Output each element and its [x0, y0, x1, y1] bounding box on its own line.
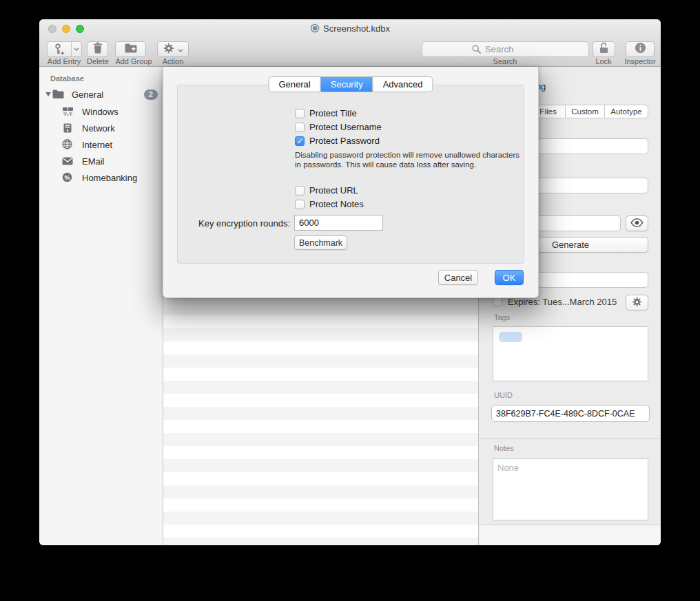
- window-title: Screenshot.kdbx: [323, 23, 390, 34]
- sidebar-item-network[interactable]: Network: [39, 120, 163, 136]
- sidebar-item-internet[interactable]: Internet: [39, 136, 163, 153]
- protect-notes-checkbox[interactable]: [295, 200, 305, 209]
- checkbox-label: Protect Password: [309, 136, 380, 146]
- tab-security[interactable]: Security: [321, 77, 373, 92]
- folder-plus-icon: [125, 43, 137, 56]
- protect-url-row: Protect URL: [295, 185, 358, 196]
- document-icon: [310, 23, 320, 35]
- add-entry-button[interactable]: [47, 41, 82, 57]
- search-field[interactable]: [422, 41, 589, 57]
- expires-checkbox[interactable]: [493, 297, 502, 306]
- notes-textarea[interactable]: [493, 458, 648, 520]
- window-title-row: Screenshot.kdbx: [39, 23, 661, 35]
- show-password-button[interactable]: [626, 215, 648, 231]
- app-window: Screenshot.kdbx Add Entry Delete Add Gro…: [39, 19, 661, 545]
- info-icon: [635, 42, 646, 56]
- percent-icon: %: [62, 172, 72, 184]
- expires-label: Expires: Tues...March 2015: [508, 297, 617, 307]
- globe-icon: [62, 139, 72, 151]
- trash-icon: [93, 42, 103, 56]
- checkbox-label: Protect Username: [309, 122, 382, 132]
- gear-icon: [632, 297, 642, 309]
- lock-button[interactable]: [593, 41, 615, 57]
- protect-url-checkbox[interactable]: [295, 186, 305, 196]
- tab-autotype[interactable]: Autotype: [605, 105, 648, 118]
- sidebar-item-general[interactable]: General 2: [39, 86, 163, 103]
- key-rounds-input[interactable]: [294, 215, 383, 231]
- sidebar-item-label: EMail: [82, 156, 105, 167]
- tags-label: Tags: [494, 313, 510, 321]
- action-label: Action: [148, 57, 198, 65]
- search-input[interactable]: [484, 43, 539, 55]
- sidebar-item-email[interactable]: EMail: [39, 153, 163, 169]
- workgroup-icon: [62, 107, 74, 118]
- checkbox-label: Protect Title: [309, 108, 357, 118]
- disclosure-triangle-icon[interactable]: [45, 92, 51, 96]
- protect-username-checkbox[interactable]: [295, 123, 305, 132]
- folder-icon: [52, 89, 64, 101]
- checkbox-label: Protect URL: [309, 185, 358, 196]
- protect-username-row: Protect Username: [295, 122, 382, 132]
- eye-icon: [630, 218, 644, 229]
- action-button[interactable]: [157, 41, 189, 57]
- sidebar-section-header: Database: [50, 74, 84, 83]
- protect-password-checkbox[interactable]: [295, 136, 305, 146]
- key-rounds-label: Key encryption rounds:: [177, 218, 290, 229]
- svg-text:%: %: [64, 174, 70, 181]
- sidebar-item-label: Internet: [82, 140, 112, 150]
- protect-notes-row: Protect Notes: [295, 199, 364, 209]
- sidebar-item-homebanking[interactable]: % Homebanking: [39, 169, 163, 186]
- protect-title-row: Protect Title: [295, 108, 357, 118]
- search-label: Search: [480, 57, 530, 65]
- uuid-field[interactable]: [491, 405, 650, 422]
- window-chrome: Screenshot.kdbx Add Entry Delete Add Gro…: [39, 19, 661, 67]
- sidebar-item-label: Homebanking: [82, 173, 137, 183]
- tab-general[interactable]: General: [269, 77, 320, 92]
- envelope-icon: [62, 157, 73, 167]
- benchmark-button[interactable]: Benchmark: [294, 235, 347, 250]
- inspector-label: Inspector: [615, 57, 661, 65]
- server-icon: [63, 123, 72, 135]
- notes-label: Notes: [494, 444, 514, 452]
- search-icon: [472, 45, 481, 54]
- inspector-tab-bar: Files Custom Autotype: [531, 105, 648, 118]
- inspector-footer: [480, 525, 661, 545]
- cancel-button[interactable]: Cancel: [438, 270, 478, 285]
- divider: [480, 438, 661, 439]
- checkbox-label: Protect Notes: [309, 199, 364, 209]
- entry-count-badge: 2: [144, 89, 158, 100]
- settings-tab-bar: General Security Advanced: [268, 76, 433, 92]
- sidebar-item-label: Windows: [82, 107, 119, 117]
- ok-button[interactable]: OK: [495, 270, 524, 285]
- chevron-down-icon[interactable]: [72, 42, 81, 56]
- database-settings-dialog: General Security Advanced Protect Title …: [163, 67, 539, 298]
- gear-icon: [163, 43, 174, 56]
- unlocked-padlock-icon: [599, 42, 608, 56]
- inspector-button[interactable]: [626, 41, 655, 57]
- uuid-label: UUID: [494, 391, 513, 399]
- expires-options-button[interactable]: [626, 295, 648, 310]
- sidebar-item-label: General: [72, 89, 103, 100]
- sidebar-item-label: Network: [82, 123, 115, 134]
- delete-button[interactable]: [87, 41, 108, 57]
- tag-token[interactable]: [499, 332, 522, 342]
- desktop: { "window": { "title": "Screenshot.kdbx"…: [0, 0, 700, 601]
- tags-box[interactable]: [493, 326, 648, 381]
- protect-password-row: Protect Password: [295, 136, 380, 146]
- sidebar-item-windows[interactable]: Windows: [39, 103, 163, 120]
- tab-advanced[interactable]: Advanced: [373, 77, 433, 92]
- password-protection-warning: Disabling password protection will remov…: [295, 151, 525, 169]
- chevron-down-icon: [178, 43, 183, 56]
- key-plus-icon: [48, 42, 71, 56]
- sidebar: Database General 2 Windows Network: [39, 67, 163, 545]
- add-group-button[interactable]: [115, 41, 146, 57]
- protect-title-checkbox[interactable]: [295, 109, 305, 118]
- tab-custom[interactable]: Custom: [566, 105, 605, 118]
